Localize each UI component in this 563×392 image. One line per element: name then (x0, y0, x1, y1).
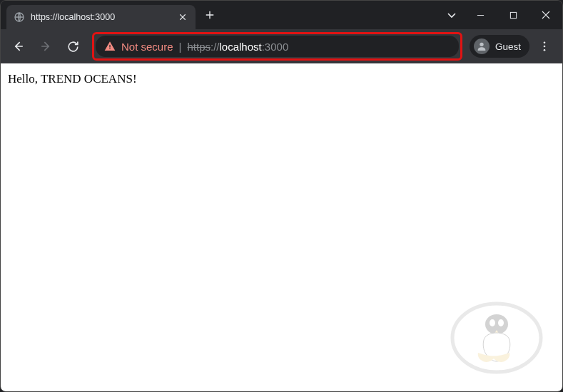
new-tab-button[interactable] (200, 5, 220, 25)
watermark-icon (447, 299, 547, 377)
url-display: https://localhost:3000 (187, 41, 288, 53)
address-bar[interactable]: Not secure | https://localhost:3000 (96, 36, 459, 57)
svg-rect-1 (510, 12, 516, 18)
tab-search-icon[interactable] (440, 9, 464, 21)
close-window-button[interactable] (529, 1, 562, 29)
svg-point-9 (498, 319, 504, 326)
menu-button[interactable] (532, 34, 557, 58)
avatar-icon (474, 38, 490, 54)
globe-icon (14, 11, 25, 23)
forward-button[interactable] (34, 34, 58, 58)
window-controls (440, 1, 562, 29)
maximize-button[interactable] (497, 1, 529, 29)
back-button[interactable] (6, 34, 31, 58)
toolbar: Not secure | https://localhost:3000 Gues… (1, 29, 562, 63)
url-host: localhost (220, 41, 262, 53)
page-body-text: Hello, TREND OCEANS! (8, 72, 137, 86)
svg-point-4 (544, 46, 546, 48)
url-port: :3000 (262, 41, 289, 53)
titlebar: https://localhost:3000 (1, 1, 562, 29)
svg-point-8 (490, 319, 495, 326)
svg-point-2 (480, 43, 483, 46)
reload-button[interactable] (61, 34, 85, 58)
tab-title: https://localhost:3000 (31, 12, 171, 22)
url-separator: :// (211, 41, 220, 53)
profile-chip[interactable]: Guest (470, 35, 529, 58)
separator: | (179, 41, 182, 53)
svg-point-5 (544, 49, 546, 51)
security-status-label: Not secure (121, 41, 173, 53)
page-content: Hello, TREND OCEANS! (1, 63, 562, 392)
address-bar-highlight: Not secure | https://localhost:3000 (92, 32, 462, 61)
browser-tab[interactable]: https://localhost:3000 (6, 5, 196, 29)
warning-triangle-icon (104, 41, 116, 52)
url-scheme: https (187, 41, 211, 53)
minimize-button[interactable] (464, 1, 497, 29)
svg-point-7 (485, 314, 508, 334)
svg-point-6 (452, 304, 541, 372)
svg-point-3 (544, 41, 546, 43)
profile-label: Guest (495, 41, 521, 52)
close-tab-icon[interactable] (177, 11, 188, 23)
